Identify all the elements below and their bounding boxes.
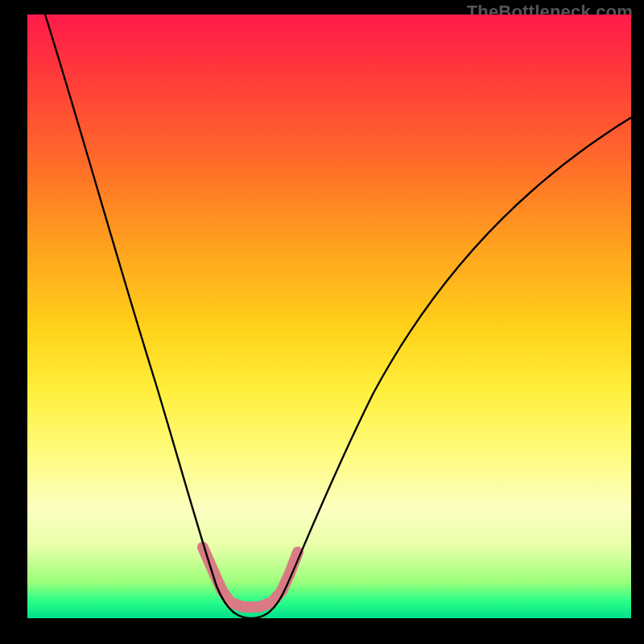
chart-frame: TheBottleneck.com (0, 0, 644, 644)
plot-area (27, 14, 631, 618)
curve-layer (27, 14, 631, 618)
bottleneck-curve (45, 14, 631, 618)
highlight-trough (203, 547, 298, 607)
